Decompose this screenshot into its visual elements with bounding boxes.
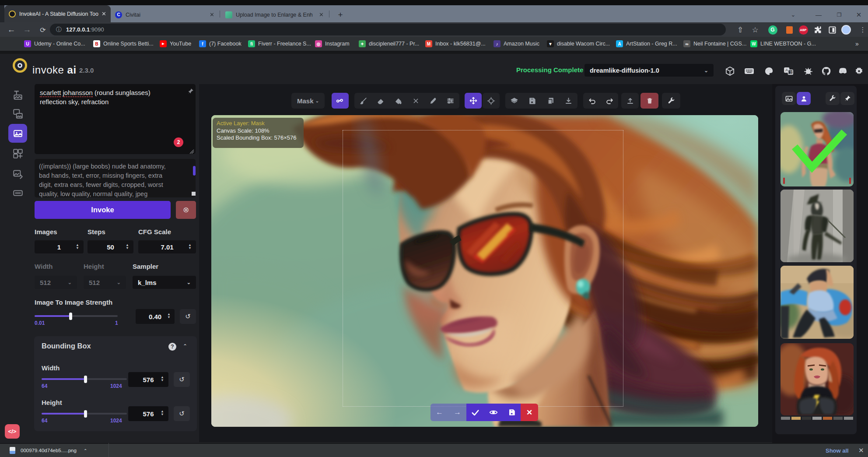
svg-text:A: A [785, 68, 788, 72]
svg-text:文: 文 [789, 70, 793, 74]
